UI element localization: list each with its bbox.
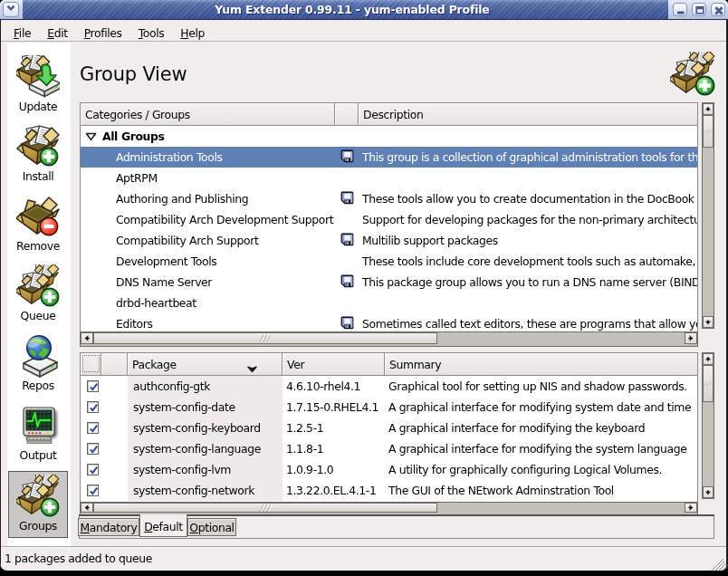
group-description-cell: Multilib support packages [359,230,697,251]
expander-icon[interactable] [85,132,97,141]
sidebar-item-label: Update [8,100,68,113]
spacer-cell [101,438,128,459]
sidebar-item-install[interactable]: Install [8,122,68,189]
package-checkbox[interactable] [87,485,99,496]
maximize-button[interactable] [692,3,706,16]
tree-row-group[interactable]: Compatibility Arch SupportMultilib suppo… [81,230,697,251]
package-checkbox[interactable] [87,401,99,413]
scroll-left-button[interactable] [81,332,93,344]
close-button[interactable] [711,3,725,16]
scroll-right-button[interactable] [685,332,697,344]
package-table-rows: authconfig-gtk4.6.10-rhel4.1Graphical to… [81,376,697,502]
package-ver-cell: 1.3.22.0.EL.4.1-1 [283,480,385,501]
sidebar-item-output[interactable]: Output [8,401,68,468]
package-checkbox[interactable] [87,443,99,455]
column-header-spacer[interactable] [101,353,128,376]
sidebar-item-groups[interactable]: Groups [8,471,68,538]
scroll-down-button[interactable] [703,316,714,328]
group-description-cell [359,293,697,313]
close-icon [712,4,726,17]
installed-cell [335,293,359,313]
vscroll-thumb[interactable] [703,365,714,402]
package-row[interactable]: system-config-keyboard1.2.5-1A graphical… [81,418,697,438]
package-row[interactable]: system-config-network1.3.22.0.EL.4.1-1Th… [81,480,697,501]
sidebar-item-repos[interactable]: Repos [8,331,68,398]
queue-icon [16,264,60,308]
tree-row-group[interactable]: Administration ToolsThis group is a coll… [81,147,697,168]
vscroll-thumb[interactable] [703,115,714,148]
mnemonic-underline: H [180,26,188,40]
tree-row-group[interactable]: drbd-heartbeat [81,293,697,313]
tab-default[interactable]: Default [139,514,187,537]
titlebar[interactable]: Yum Extender 0.99.11 - yum-enabled Profi… [0,0,728,21]
tab-mandatory[interactable]: Mandatory [78,518,139,536]
column-header-installed[interactable] [335,103,359,126]
menu-profiles[interactable]: Profiles [76,21,130,42]
spacer-cell [101,376,128,397]
package-checkbox[interactable] [87,380,99,392]
package-checkbox[interactable] [87,422,99,434]
installed-cell [335,209,359,230]
window-menu-button[interactable] [3,2,19,17]
package-vscrollbar[interactable] [702,352,714,499]
tab-optional[interactable]: Optional [187,518,236,536]
package-row[interactable]: system-config-lvm1.0.9-1.0A utility for … [81,459,697,480]
package-name-cell: authconfig-gtk [128,376,283,397]
minimize-icon [674,4,688,17]
package-summary-cell: A graphical interface for modifying the … [385,438,697,459]
hscroll-thumb[interactable] [93,503,437,513]
groups-icon [670,52,715,97]
scroll-down-button[interactable] [703,486,714,498]
tree-row-group[interactable]: Compatibility Arch Development SupportSu… [81,209,697,230]
package-row[interactable]: system-config-language1.1.8-1A graphical… [81,438,697,459]
arrow-right-icon [685,332,696,344]
check-icon [89,445,99,455]
menu-help[interactable]: Help [172,21,213,42]
package-checkbox[interactable] [87,464,99,475]
column-header-categories-groups[interactable]: Categories / Groups [81,103,335,126]
column-header-ver[interactable]: Ver [283,353,385,376]
installed-cell [335,272,359,293]
package-ver-cell: 1.7.15-0.RHEL4.1 [283,397,385,418]
group-vscrollbar[interactable] [702,102,714,329]
scroll-up-button[interactable] [703,353,714,365]
package-ver-cell: 1.2.5-1 [283,418,385,438]
checkbox-cell [81,418,101,438]
check-icon [89,424,99,434]
tree-row-group[interactable]: AptRPM [81,168,697,188]
tree-row-group[interactable]: Authoring and PublishingThese tools allo… [81,188,697,209]
page-title: Group View [80,63,187,85]
resize-grip[interactable] [712,559,726,571]
scroll-left-button[interactable] [81,503,93,513]
package-hscrollbar[interactable] [80,502,698,515]
tree-row-group[interactable]: DNS Name ServerThis package group allows… [81,272,697,293]
hscroll-thumb[interactable] [93,332,437,344]
column-header-label: Summary [389,358,441,371]
column-header-label: Package [132,358,177,371]
sidebar-item-remove[interactable]: Remove [8,192,68,259]
tree-row-all-groups[interactable]: All Groups [81,126,697,147]
column-header-package[interactable]: Package [128,353,283,376]
column-header-summary[interactable]: Summary [385,353,697,376]
sidebar-item-update[interactable]: Update [8,53,68,120]
groups-icon-holder [16,475,60,518]
menu-tools[interactable]: Tools [130,21,173,42]
column-header-description[interactable]: Description [359,103,697,126]
arrow-right-icon [685,503,696,513]
column-header-select-all[interactable] [81,353,101,376]
package-row[interactable]: system-config-date1.7.15-0.RHEL4.1A grap… [81,397,697,418]
select-all-box[interactable] [82,355,100,372]
sidebar-item-queue[interactable]: Queue [8,262,68,329]
group-hscrollbar[interactable] [80,331,698,347]
menu-file[interactable]: File [5,21,39,42]
package-row[interactable]: authconfig-gtk4.6.10-rhel4.1Graphical to… [81,376,697,397]
scroll-up-button[interactable] [703,103,714,115]
tree-row-group[interactable]: Development ToolsThese tools include cor… [81,251,697,272]
minimize-button[interactable] [673,3,687,16]
menu-edit[interactable]: Edit [39,21,75,42]
group-name-cell: Compatibility Arch Development Support [81,209,335,230]
scroll-right-button[interactable] [685,503,697,513]
window-title: Yum Extender 0.99.11 - yum-enabled Profi… [0,3,704,16]
tree-row-group[interactable]: EditorsSometimes called text editors, th… [81,313,697,331]
package-ver-cell: 1.0.9-1.0 [283,459,385,480]
